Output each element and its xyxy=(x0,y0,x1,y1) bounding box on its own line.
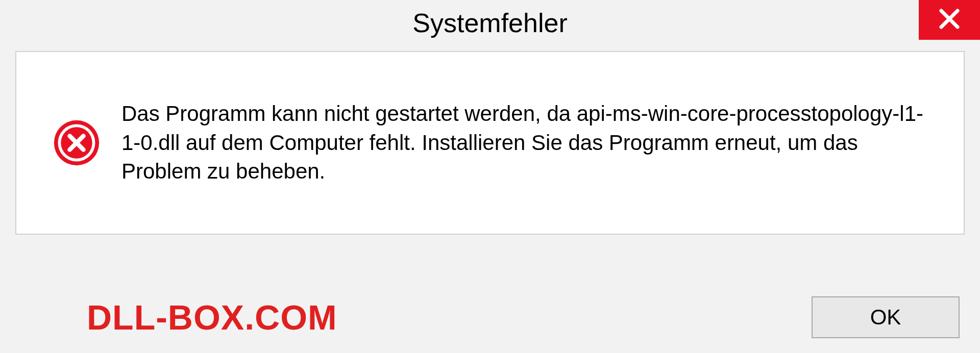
dialog-content: Das Programm kann nicht gestartet werden… xyxy=(15,51,965,235)
error-message: Das Programm kann nicht gestartet werden… xyxy=(121,99,933,186)
dialog-footer: DLL-BOX.COM OK xyxy=(0,282,980,353)
title-bar: Systemfehler xyxy=(0,0,980,46)
dialog-title: Systemfehler xyxy=(412,8,567,38)
ok-button[interactable]: OK xyxy=(812,296,960,338)
error-icon xyxy=(52,118,101,167)
watermark-text: DLL-BOX.COM xyxy=(87,297,337,337)
close-button[interactable] xyxy=(919,0,980,40)
close-icon xyxy=(937,7,962,33)
